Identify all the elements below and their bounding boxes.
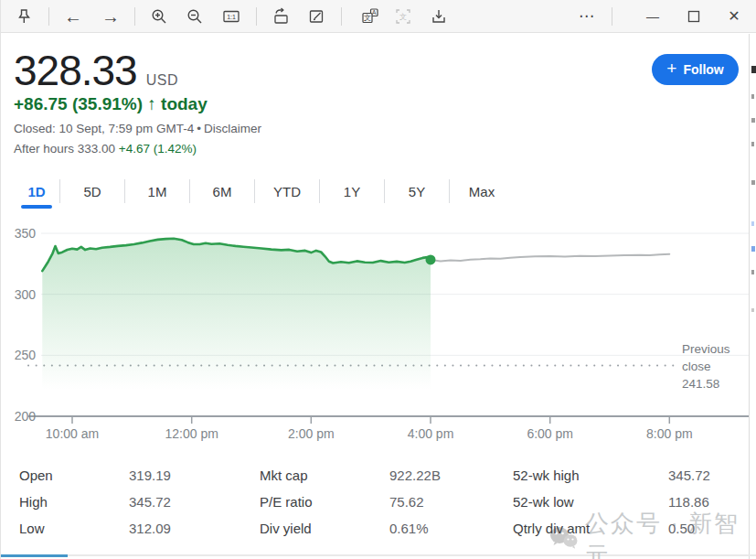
stat-pe-ratio: P/E ratio75.62 bbox=[260, 489, 497, 515]
price-chart[interactable]: 35030025020010:00 am12:00 pm2:00 pm4:00 … bbox=[1, 220, 749, 448]
forward-icon[interactable]: → bbox=[101, 0, 120, 33]
stat-div-yield: Div yield0.61% bbox=[260, 515, 497, 542]
svg-text:10:00 am: 10:00 am bbox=[46, 426, 99, 441]
stat-mkt-cap: Mkt cap922.22B bbox=[260, 462, 497, 489]
currency-label: USD bbox=[146, 72, 178, 89]
tab-max[interactable]: Max bbox=[450, 176, 514, 207]
edit-icon[interactable] bbox=[307, 0, 325, 33]
ocr-icon: 文 bbox=[394, 0, 412, 33]
svg-text:12:00 pm: 12:00 pm bbox=[165, 426, 218, 441]
svg-text:6:00 pm: 6:00 pm bbox=[527, 426, 573, 441]
zoom-out-icon[interactable] bbox=[186, 0, 204, 33]
stat-52wk-low: 52-wk low118.86 bbox=[513, 489, 741, 515]
svg-text:250: 250 bbox=[15, 348, 37, 362]
browser-window: ← → 1:1 bbox=[0, 0, 756, 559]
translate-icon[interactable]: A 文 bbox=[360, 0, 380, 33]
tab-1m[interactable]: 1M bbox=[125, 176, 189, 207]
tab-5y[interactable]: 5Y bbox=[385, 176, 449, 207]
stat-low: Low312.09 bbox=[19, 515, 248, 542]
svg-text:1:1: 1:1 bbox=[227, 14, 236, 20]
market-status: Closed: 10 Sept, 7:59 pm GMT-4•Disclaime… bbox=[14, 122, 261, 135]
stat-52wk-high: 52-wk high345.72 bbox=[513, 462, 741, 489]
clipped-content-sliver bbox=[749, 34, 756, 559]
stat-open: Open319.19 bbox=[19, 462, 248, 489]
svg-text:4:00 pm: 4:00 pm bbox=[408, 426, 454, 441]
previous-close-label: Previous close 241.58 bbox=[682, 340, 746, 392]
stat-qtrly-div: Qtrly div amt0.50 bbox=[513, 515, 741, 542]
after-hours-status: After hours 333.00 +4.67 (1.42%) bbox=[14, 142, 197, 156]
svg-text:文: 文 bbox=[399, 13, 407, 21]
svg-text:2:00 pm: 2:00 pm bbox=[288, 426, 335, 441]
plus-icon: + bbox=[666, 59, 676, 79]
close-icon[interactable]: ✕ bbox=[728, 0, 740, 33]
toolbar: ← → 1:1 bbox=[1, 0, 756, 33]
actual-size-icon[interactable]: 1:1 bbox=[221, 0, 241, 33]
pin-icon[interactable] bbox=[15, 0, 33, 33]
tab-5d[interactable]: 5D bbox=[60, 176, 124, 207]
stock-price: 328.33 bbox=[14, 46, 137, 95]
more-icon[interactable]: ⋯ bbox=[579, 0, 595, 33]
rotate-icon[interactable] bbox=[271, 0, 291, 33]
svg-text:8:00 pm: 8:00 pm bbox=[646, 426, 693, 441]
up-arrow-icon: ↑ bbox=[147, 94, 156, 113]
stat-high: High345.72 bbox=[19, 489, 248, 515]
disclaimer-link[interactable]: Disclaimer bbox=[204, 122, 261, 135]
back-icon[interactable]: ← bbox=[64, 0, 82, 33]
tab-ytd[interactable]: YTD bbox=[255, 176, 319, 207]
minimize-icon[interactable]: — bbox=[646, 0, 659, 33]
tab-6m[interactable]: 6M bbox=[190, 176, 254, 207]
tab-1y[interactable]: 1Y bbox=[320, 176, 384, 207]
follow-button[interactable]: + Follow bbox=[652, 54, 739, 85]
range-tabs: 1D 5D 1M 6M YTD 1Y 5Y Max bbox=[14, 176, 514, 207]
horizontal-scrollbar-thumb[interactable] bbox=[1, 554, 68, 557]
zoom-in-icon[interactable] bbox=[150, 0, 168, 33]
svg-text:文: 文 bbox=[364, 14, 371, 22]
follow-label: Follow bbox=[683, 62, 723, 77]
quote-panel: 328.33 USD + Follow +86.75 (35.91%) ↑ to… bbox=[1, 34, 749, 559]
tab-1d[interactable]: 1D bbox=[14, 176, 59, 207]
price-change: +86.75 (35.91%) ↑ today bbox=[14, 94, 208, 114]
horizontal-scrollbar-track[interactable] bbox=[1, 554, 756, 556]
download-icon[interactable] bbox=[430, 0, 448, 33]
svg-text:300: 300 bbox=[15, 287, 37, 302]
svg-text:200: 200 bbox=[15, 409, 37, 424]
svg-text:350: 350 bbox=[15, 226, 37, 241]
maximize-icon[interactable] bbox=[687, 0, 700, 33]
svg-text:A: A bbox=[372, 9, 377, 16]
